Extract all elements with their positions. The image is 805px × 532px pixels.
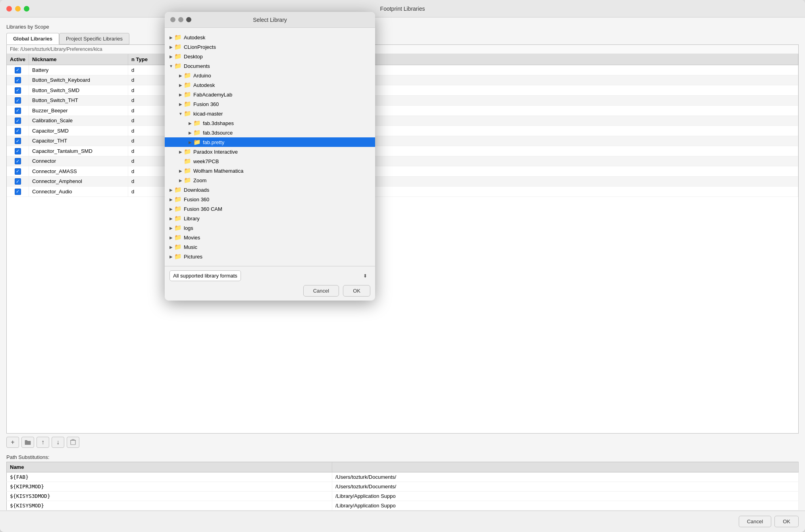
- move-up-button[interactable]: ↑: [37, 437, 49, 448]
- active-checkbox[interactable]: ✓: [7, 136, 29, 146]
- active-checkbox[interactable]: ✓: [7, 116, 29, 126]
- tree-item[interactable]: 📁 Zoom: [165, 175, 375, 185]
- library-table-row[interactable]: ✓ Calibration_Scale d Scales and grids i…: [7, 116, 798, 126]
- library-table-row[interactable]: ✓ Capacitor_SMD d Capacitor, surface mou: [7, 126, 798, 136]
- active-checkbox[interactable]: ✓: [7, 126, 29, 136]
- add-button[interactable]: +: [6, 437, 19, 448]
- format-select[interactable]: All supported library formatsKiCadEagleG…: [169, 270, 241, 281]
- library-table-row[interactable]: ✓ Button_Switch_SMD d Buttons and switch…: [7, 85, 798, 96]
- folder-tree[interactable]: 📁 Autodesk 📁 CLionProjects 📁 Desktop 📁 D…: [165, 31, 375, 263]
- dialog-maximize-button[interactable]: [186, 17, 191, 22]
- path-table-row[interactable]: ${FAB} /Users/tozturk/Documents/: [7, 472, 799, 482]
- checkbox-checked-icon: ✓: [15, 138, 21, 144]
- tree-item-label: Library: [184, 216, 200, 222]
- library-table-row[interactable]: ✓ Connector_Audio d Audio connector foot…: [7, 187, 798, 197]
- library-table-row[interactable]: ✓ Button_Switch_THT d Buttons and switch…: [7, 95, 798, 106]
- path-table-row[interactable]: ${KISYSMOD} /Library/Application Suppo: [7, 501, 799, 511]
- active-checkbox[interactable]: ✓: [7, 187, 29, 197]
- nickname-cell: Button_Switch_SMD: [29, 85, 128, 96]
- tree-item[interactable]: 📁 fab.3dshapes: [165, 118, 375, 128]
- dialog-ok-button[interactable]: OK: [343, 285, 370, 297]
- active-checkbox[interactable]: ✓: [7, 75, 29, 85]
- folder-icon: 📁: [174, 53, 182, 60]
- tree-item[interactable]: 📁 fab.pretty: [165, 137, 375, 147]
- tree-item[interactable]: 📁 Arduino: [165, 71, 375, 80]
- active-checkbox[interactable]: ✓: [7, 85, 29, 96]
- folder-icon: 📁: [184, 100, 191, 108]
- library-table-row[interactable]: ✓ Buzzer_Beeper d Audio signalling devic…: [7, 106, 798, 116]
- tree-item-label: logs: [184, 225, 193, 231]
- path-table-row[interactable]: ${KIPRJMOD} /Users/tozturk/Documents/: [7, 482, 799, 492]
- tree-item[interactable]: 📁 Fusion 360: [165, 195, 375, 204]
- library-table-row[interactable]: ✓ Connector_AMASS d AMASS connector foot: [7, 166, 798, 177]
- main-cancel-button[interactable]: Cancel: [739, 516, 771, 527]
- tree-item[interactable]: 📁 week7PCB: [165, 156, 375, 166]
- maximize-button[interactable]: [24, 6, 29, 12]
- tree-item[interactable]: 📁 Paradox Interactive: [165, 147, 375, 156]
- active-checkbox[interactable]: ✓: [7, 166, 29, 177]
- tree-toggle-closed: [187, 139, 193, 145]
- tree-toggle-closed: [177, 82, 184, 88]
- library-table-row[interactable]: ✓ Connector_Amphenol d Amphenol LTW conn…: [7, 176, 798, 187]
- tree-toggle-closed: [168, 34, 174, 40]
- active-checkbox[interactable]: ✓: [7, 156, 29, 166]
- path-value-cell: /Users/tozturk/Documents/: [332, 472, 799, 482]
- library-table-row[interactable]: ✓ Capacitor_Tantalum_SMD d Tantalum Capa…: [7, 146, 798, 156]
- tree-item[interactable]: 📁 logs: [165, 223, 375, 233]
- path-table-row[interactable]: ${KISYS3DMOD} /Library/Application Suppo: [7, 492, 799, 501]
- active-checkbox[interactable]: ✓: [7, 65, 29, 75]
- path-substitutions-section: Path Substitutions: Name ${FAB} /Users/t…: [6, 454, 799, 511]
- tree-toggle-closed: [168, 53, 174, 60]
- tree-toggle-closed: [177, 72, 184, 79]
- tree-item[interactable]: 📁 CLionProjects: [165, 42, 375, 52]
- dialog-close-button[interactable]: [170, 17, 175, 22]
- active-checkbox[interactable]: ✓: [7, 146, 29, 156]
- tree-item[interactable]: 📁 Library: [165, 214, 375, 223]
- library-table-row[interactable]: ✓ Connector d Generic/unsorted conn: [7, 156, 798, 166]
- tree-item[interactable]: 📁 Desktop: [165, 52, 375, 61]
- active-checkbox[interactable]: ✓: [7, 106, 29, 116]
- tree-item[interactable]: 📁 Movies: [165, 233, 375, 242]
- folder-icon: 📁: [193, 120, 201, 127]
- tree-item-label: Arduino: [193, 73, 211, 79]
- tree-item[interactable]: 📁 FabAcademyLab: [165, 90, 375, 99]
- active-checkbox[interactable]: ✓: [7, 176, 29, 187]
- nickname-cell: Capacitor_THT: [29, 136, 128, 146]
- folder-button[interactable]: [21, 437, 34, 448]
- library-table-row[interactable]: ✓ Battery d Battery and battery ho: [7, 65, 798, 75]
- dialog-cancel-button[interactable]: Cancel: [303, 285, 339, 297]
- dialog-window-controls: [170, 17, 191, 22]
- tree-item[interactable]: 📁 Documents: [165, 61, 375, 71]
- library-table-row[interactable]: ✓ Button_Switch_Keyboard d Buttons and s…: [7, 75, 798, 85]
- move-down-button[interactable]: ↓: [52, 437, 64, 448]
- dialog-body: 📁 Autodesk 📁 CLionProjects 📁 Desktop 📁 D…: [165, 28, 375, 266]
- active-checkbox[interactable]: ✓: [7, 95, 29, 106]
- tab-project-specific[interactable]: Project Specific Libraries: [59, 33, 129, 44]
- tree-item[interactable]: 📁 Downloads: [165, 185, 375, 195]
- minimize-button[interactable]: [15, 6, 21, 12]
- delete-button[interactable]: [67, 437, 79, 448]
- tree-item[interactable]: 📁 Fusion 360: [165, 99, 375, 109]
- checkbox-checked-icon: ✓: [15, 97, 21, 104]
- tree-item[interactable]: 📁 Autodesk: [165, 33, 375, 42]
- file-path: File: /Users/tozturk/Library/Preferences…: [7, 45, 798, 54]
- tree-item[interactable]: 📁 Pictures: [165, 252, 375, 261]
- tree-item[interactable]: 📁 fab.3dsource: [165, 128, 375, 137]
- path-section-label: Path Substitutions:: [6, 454, 799, 460]
- nickname-cell: Capacitor_SMD: [29, 126, 128, 136]
- tree-item[interactable]: 📁 kicad-master: [165, 109, 375, 118]
- close-button[interactable]: [6, 6, 12, 12]
- library-table-row[interactable]: ✓ Capacitor_THT d Capacitor, through hol: [7, 136, 798, 146]
- tree-item-label: Fusion 360 CAM: [184, 206, 222, 212]
- tree-item[interactable]: 📁 Fusion 360 CAM: [165, 204, 375, 214]
- tree-item[interactable]: 📁 Wolfram Mathematica: [165, 166, 375, 175]
- tab-global-libraries[interactable]: Global Libraries: [6, 33, 59, 44]
- tree-item-label: Wolfram Mathematica: [193, 168, 243, 174]
- tree-item-label: fab.3dsource: [203, 130, 233, 136]
- dialog-action-row: Cancel OK: [169, 285, 370, 297]
- main-ok-button[interactable]: OK: [774, 516, 799, 527]
- dialog-minimize-button[interactable]: [178, 17, 183, 22]
- tree-item[interactable]: 📁 Music: [165, 242, 375, 252]
- nickname-cell: Capacitor_Tantalum_SMD: [29, 146, 128, 156]
- tree-item[interactable]: 📁 Autodesk: [165, 80, 375, 90]
